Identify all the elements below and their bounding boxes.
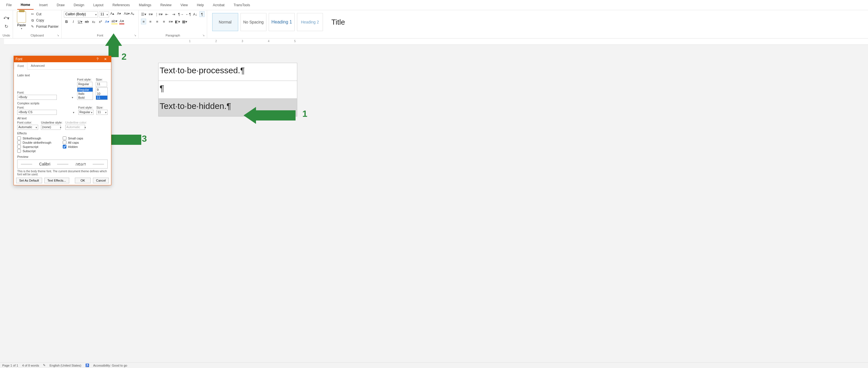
decrease-indent-button[interactable]: ⇤ — [164, 11, 169, 17]
style-heading2[interactable]: Heading 2 — [297, 13, 323, 31]
latin-style-list[interactable]: Regular Italic Bold — [77, 87, 93, 100]
list-item[interactable]: 9 — [96, 88, 107, 92]
checkbox-superscript[interactable]: Superscript — [17, 145, 52, 148]
status-page[interactable]: Page 1 of 1 — [2, 364, 18, 367]
ok-button[interactable]: OK — [75, 178, 91, 183]
accessibility-icon[interactable]: ♿ — [85, 364, 89, 367]
spellcheck-icon[interactable]: ✎ — [43, 364, 45, 367]
style-normal[interactable]: Normal — [212, 13, 238, 31]
list-item[interactable]: 11 — [96, 95, 107, 100]
shading-button[interactable]: ◧▾ — [175, 19, 180, 24]
list-item[interactable]: Regular — [78, 88, 93, 92]
borders-button[interactable]: ▦▾ — [182, 19, 187, 24]
dialog-tab-advanced[interactable]: Advanced — [27, 62, 48, 69]
tab-home[interactable]: Home — [17, 1, 33, 10]
underline-button[interactable]: U▾ — [78, 19, 83, 24]
tab-view[interactable]: View — [177, 1, 191, 9]
grow-font-button[interactable]: A▴ — [110, 11, 116, 17]
tab-acrobat[interactable]: Acrobat — [209, 1, 228, 9]
subscript-button[interactable]: x₂ — [91, 19, 96, 24]
latin-size-input[interactable]: 11 — [96, 82, 107, 87]
dialog-tab-font[interactable]: Font — [14, 62, 27, 69]
paste-button[interactable]: Paste ▾ — [15, 11, 28, 30]
line-spacing-button[interactable]: ≡▾ — [168, 19, 173, 24]
checkbox-double-strikethrough[interactable]: Double strikethrough — [17, 141, 52, 144]
table-row[interactable]: Text·to·be·processed.¶ — [158, 63, 297, 81]
ruler[interactable]: 1 2 3 4 5 — [4, 38, 868, 45]
paragraph-launcher[interactable]: ↘ — [202, 34, 205, 37]
tab-transtools[interactable]: TransTools — [230, 1, 253, 9]
align-center-button[interactable]: ≡ — [148, 19, 153, 24]
complex-size-combo[interactable]: 11 — [96, 110, 107, 115]
set-default-button[interactable]: Set As Default — [16, 178, 42, 183]
checkbox-strikethrough[interactable]: Strikethrough — [17, 136, 52, 140]
table-row[interactable]: ¶ — [158, 81, 297, 99]
text-effects-button[interactable]: A▾ — [104, 19, 110, 24]
complex-style-combo[interactable]: Regular — [78, 110, 94, 115]
highlight-button[interactable]: ab▾ — [111, 19, 117, 24]
tab-draw[interactable]: Draw — [53, 1, 68, 9]
bold-button[interactable]: B — [64, 19, 69, 24]
status-accessibility[interactable]: Accessibility: Good to go — [93, 364, 127, 367]
list-item[interactable]: Italic — [78, 92, 93, 95]
cut-button[interactable]: ✂Cut — [29, 11, 59, 17]
increase-indent-button[interactable]: ⇥ — [171, 11, 176, 17]
cancel-button[interactable]: Cancel — [93, 178, 109, 183]
tab-insert[interactable]: Insert — [36, 1, 51, 9]
text-effects-button[interactable]: Text Effects... — [44, 178, 69, 183]
status-language[interactable]: English (United States) — [50, 364, 82, 367]
ltr-button[interactable]: ¶→ — [178, 11, 184, 17]
style-nospacing[interactable]: No Spacing — [241, 13, 267, 31]
chevron-down-icon[interactable]: ▾ — [21, 27, 22, 30]
checkbox-all-caps[interactable]: All caps — [63, 141, 83, 144]
format-painter-button[interactable]: ✎Format Painter — [29, 24, 59, 29]
font-launcher[interactable]: ↘ — [133, 34, 137, 37]
align-left-button[interactable]: ≡ — [141, 19, 146, 24]
clear-formatting-button[interactable]: Aᵩ — [130, 11, 136, 17]
tab-design[interactable]: Design — [70, 1, 88, 9]
dialog-close-button[interactable]: ✕ — [101, 57, 110, 61]
list-item[interactable]: Bold — [78, 95, 93, 100]
style-title[interactable]: Title — [325, 13, 351, 31]
tab-review[interactable]: Review — [157, 1, 175, 9]
dialog-help-button[interactable]: ? — [94, 57, 101, 61]
complex-font-combo[interactable]: +Body CS — [17, 110, 75, 115]
shrink-font-button[interactable]: A▾ — [117, 11, 123, 17]
font-color-button[interactable]: A▾ — [119, 19, 124, 24]
align-right-button[interactable]: ≡ — [155, 19, 160, 24]
rtl-button[interactable]: ←¶ — [185, 11, 191, 17]
justify-button[interactable]: ≡ — [161, 19, 166, 24]
dialog-titlebar[interactable]: Font ? ✕ — [14, 56, 111, 62]
checkbox-hidden[interactable]: Hidden — [63, 145, 83, 148]
checkbox-small-caps[interactable]: Small caps — [63, 136, 83, 140]
style-heading1[interactable]: Heading 1 — [269, 13, 295, 31]
font-color-combo[interactable]: Automatic — [17, 125, 38, 130]
multilevel-button[interactable]: ⋮≡▾ — [155, 11, 163, 17]
italic-button[interactable]: I — [71, 19, 76, 24]
numbering-button[interactable]: ≡▾ — [148, 11, 153, 17]
latin-size-list[interactable]: 9 10 11 — [96, 87, 107, 100]
checkbox-subscript[interactable]: Subscript — [17, 149, 52, 153]
tab-references[interactable]: References — [109, 1, 133, 9]
strikethrough-button[interactable]: ab — [84, 19, 89, 24]
redo-button[interactable]: ↻ — [4, 23, 9, 30]
latin-font-combo[interactable]: +Body — [17, 95, 74, 100]
font-size-combo[interactable]: 11 — [99, 11, 109, 18]
clipboard-launcher[interactable]: ↘ — [56, 34, 60, 37]
font-name-combo[interactable]: Calibri (Body) — [64, 11, 98, 18]
superscript-button[interactable]: x² — [98, 19, 103, 24]
tab-layout[interactable]: Layout — [90, 1, 107, 9]
bullets-button[interactable]: ☰▾ — [141, 11, 146, 17]
show-hide-button[interactable]: ¶ — [199, 11, 205, 17]
status-words[interactable]: 4 of 8 words — [22, 364, 39, 367]
latin-style-input[interactable]: Regular — [77, 82, 92, 87]
tab-mailings[interactable]: Mailings — [135, 1, 155, 9]
tab-help[interactable]: Help — [193, 1, 207, 9]
tab-file[interactable]: File — [3, 1, 15, 9]
change-case-button[interactable]: Aa▾ — [124, 11, 129, 17]
undo-button[interactable]: ↶▾ — [3, 15, 10, 22]
sort-button[interactable]: A↓ — [193, 11, 198, 17]
list-item[interactable]: 10 — [96, 92, 107, 95]
copy-button[interactable]: ⧉Copy — [29, 18, 59, 23]
underline-style-combo[interactable]: (none) — [41, 125, 62, 130]
